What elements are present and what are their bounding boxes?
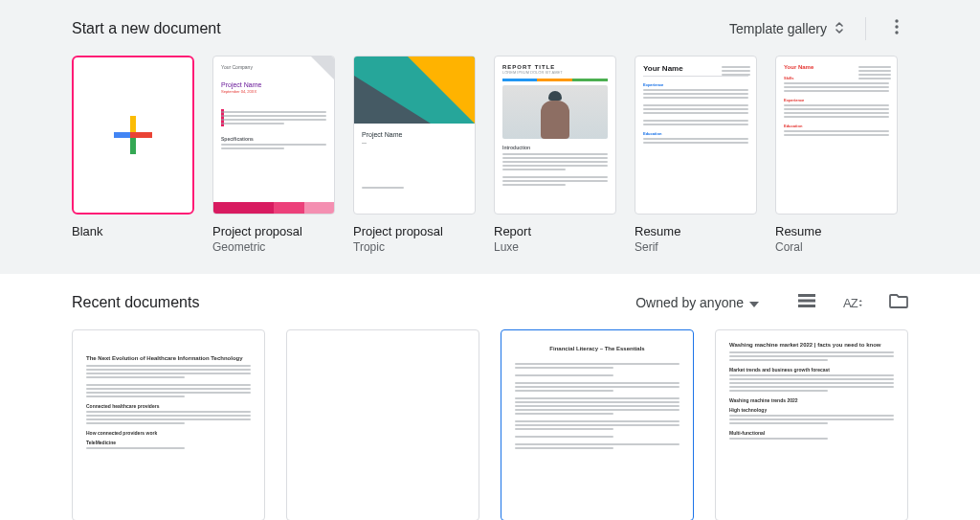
svg-rect-9 — [798, 300, 815, 303]
tpl-exp: Experience — [784, 98, 889, 102]
svg-rect-10 — [798, 305, 815, 307]
doc-heading: Connected healthcare providers — [86, 403, 251, 409]
recent-documents-section: Recent documents Owned by anyone AZ — [0, 274, 980, 520]
svg-rect-8 — [798, 294, 815, 297]
doc-heading: How connected providers work — [86, 430, 251, 436]
sort-az-button[interactable]: AZ — [843, 293, 862, 312]
recent-header: Recent documents Owned by anyone AZ — [72, 293, 908, 312]
template-project-proposal-geometric[interactable]: Your Company Project Name September 04, … — [212, 56, 335, 255]
doc-heading: Multi-functional — [729, 430, 894, 436]
doc-card-blank[interactable] — [286, 329, 479, 520]
sort-az-label: AZ — [843, 296, 858, 310]
template-title: Project proposal — [353, 224, 476, 240]
plus-icon — [74, 57, 192, 213]
divider — [865, 17, 866, 40]
template-title: Resume — [635, 224, 757, 240]
view-controls: AZ — [797, 293, 908, 312]
templates-row: Blank Your Company Project Name Septembe… — [72, 56, 908, 255]
tpl-edu: Education — [784, 124, 889, 128]
template-thumb: Your Name Skills Experience Education — [775, 56, 898, 215]
header-right: Template gallery — [729, 17, 908, 40]
doc-heading: Washing machine trends 2022 — [729, 397, 894, 403]
folder-icon — [889, 293, 908, 312]
template-project-proposal-tropic[interactable]: Project Name — Project proposal Tropic — [353, 56, 476, 255]
recent-docs-row: The Next Evolution of Healthcare Informa… — [72, 329, 908, 520]
template-title: Report — [494, 224, 616, 240]
doc-title: The Next Evolution of Healthcare Informa… — [86, 355, 251, 362]
template-subtitle: Serif — [635, 240, 757, 256]
start-header: Start a new document Template gallery — [72, 17, 908, 40]
recent-title: Recent documents — [72, 294, 199, 311]
more-options-button[interactable] — [885, 17, 908, 40]
doc-card-washing-machine[interactable]: Washing machine market 2022 | facts you … — [715, 329, 908, 520]
doc-title: Financial Literacy – The Essentials — [515, 346, 679, 352]
template-thumb: REPORT TITLE LOREM IPSUM DOLOR SIT AMET … — [494, 56, 616, 215]
tpl-exp: Experience — [643, 82, 748, 87]
template-gallery-label: Template gallery — [729, 21, 827, 36]
template-resume-coral[interactable]: Your Name Skills Experience Education Re… — [775, 56, 898, 255]
template-thumb: Project Name — — [353, 56, 476, 215]
tpl-name: Project Name — [362, 131, 467, 138]
owned-by-label: Owned by anyone — [635, 295, 744, 310]
template-thumb-blank — [72, 56, 194, 215]
doc-card-healthcare[interactable]: The Next Evolution of Healthcare Informa… — [72, 329, 265, 520]
doc-heading: Market trends and business growth foreca… — [729, 367, 894, 373]
template-title: Project proposal — [212, 224, 335, 240]
template-subtitle: Luxe — [494, 240, 616, 256]
svg-point-1 — [895, 25, 898, 28]
doc-title: Washing machine market 2022 | facts you … — [729, 342, 894, 349]
svg-rect-5 — [114, 132, 131, 138]
template-resume-serif[interactable]: Your Name Experience Education Resume Se… — [635, 56, 757, 255]
template-title: Resume — [775, 224, 898, 240]
owned-by-filter[interactable]: Owned by anyone — [635, 295, 759, 310]
start-new-document-section: Start a new document Template gallery — [0, 0, 980, 274]
dropdown-arrow-icon — [749, 295, 759, 310]
svg-point-2 — [895, 31, 898, 34]
tpl-edu: Education — [643, 131, 748, 136]
svg-rect-4 — [130, 137, 136, 154]
template-subtitle: Tropic — [353, 240, 476, 256]
template-subtitle: Coral — [775, 240, 898, 256]
list-view-button[interactable] — [797, 293, 816, 312]
svg-point-0 — [895, 19, 898, 22]
template-thumb: Your Company Project Name September 04, … — [212, 56, 335, 215]
tpl-intro: Introduction — [502, 145, 608, 151]
tpl-spec: Specifications — [221, 136, 326, 143]
tpl-report-sub: LOREM IPSUM DOLOR SIT AMET — [502, 70, 608, 75]
svg-rect-6 — [135, 132, 152, 138]
template-subtitle: Geometric — [212, 240, 335, 256]
svg-rect-7 — [130, 132, 136, 138]
template-thumb: Your Name Experience Education — [635, 56, 757, 215]
more-vert-icon — [895, 19, 899, 38]
svg-rect-3 — [130, 116, 136, 133]
doc-card-financial-literacy[interactable]: Financial Literacy – The Essentials — [501, 329, 694, 520]
start-title: Start a new document — [72, 20, 221, 37]
list-icon — [798, 294, 815, 311]
doc-heading: High technology — [729, 407, 894, 413]
template-title: Blank — [72, 224, 194, 240]
template-report-luxe[interactable]: REPORT TITLE LOREM IPSUM DOLOR SIT AMET … — [494, 56, 616, 255]
doc-heading: TeleMedicine — [86, 440, 251, 445]
template-blank[interactable]: Blank — [72, 56, 194, 255]
open-file-picker-button[interactable] — [889, 293, 908, 312]
template-gallery-button[interactable]: Template gallery — [729, 20, 846, 38]
tpl-name: Project Name — [221, 80, 326, 89]
unfold-icon — [833, 20, 846, 38]
